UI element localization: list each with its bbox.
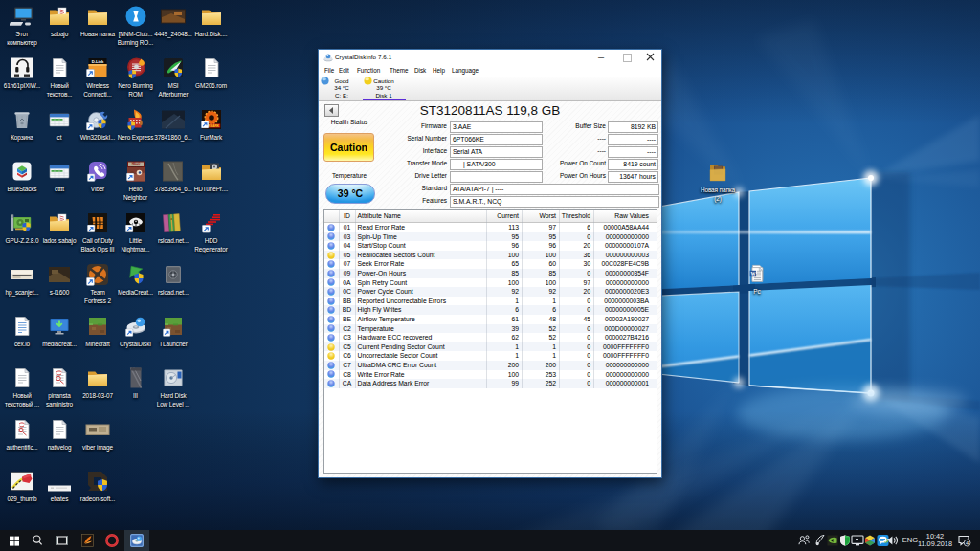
svg-text:4: 4 [966, 540, 969, 546]
svg-text:W: W [750, 272, 755, 276]
svg-text:D-Link: D-Link [92, 58, 104, 63]
svg-text:NEIGHBOR: NEIGHBOR [130, 165, 141, 166]
